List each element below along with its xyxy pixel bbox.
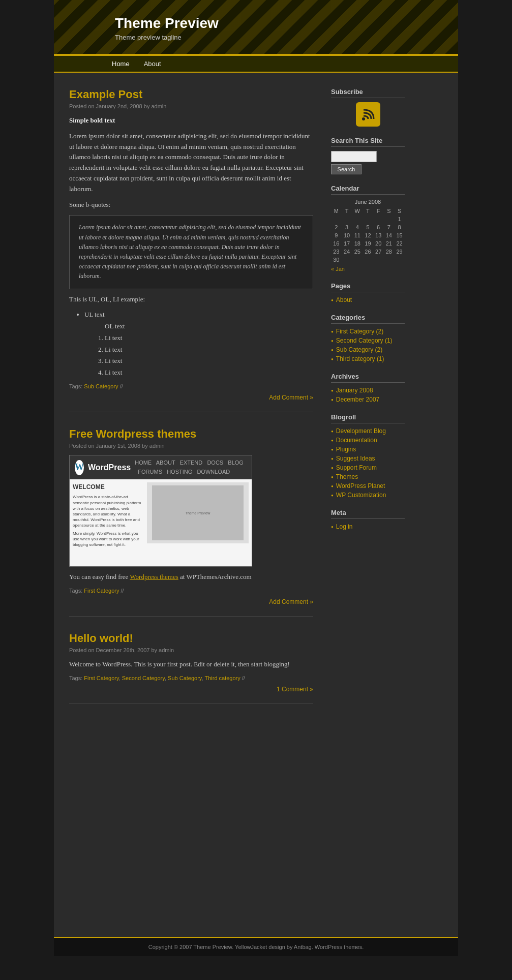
li-item-1: Li text [105,345,313,355]
tag-second-category[interactable]: Second Category [122,675,165,681]
body-post: at WPThemesArchive.com [178,573,252,580]
search-input[interactable] [331,151,377,162]
tags-label: Tags: [69,383,82,389]
list-label: This is UL, OL, LI example: [69,294,313,305]
blogroll-suggest-link[interactable]: Suggest Ideas [336,455,375,462]
wp-desc2: More simply, WordPress is what you use w… [73,531,143,548]
post-tags: Tags: First Category, Second Category, S… [69,675,313,681]
cat-third-link[interactable]: Third category (1) [336,355,384,362]
tag-sub-category[interactable]: Sub Category [168,675,201,681]
li-item-3: Li text [105,368,313,378]
list-item: January 2008 [331,387,405,394]
cal-row-6: 30 [331,256,405,264]
cal-row-2: 2345678 [331,223,405,231]
sidebar-categories: Categories First Category (2) Second Cat… [331,314,405,362]
calendar-table: June 2008 M T W T F S S 1 [331,199,405,264]
nav-about[interactable]: About [137,56,168,72]
calendar-month: June 2008 [331,199,405,205]
list-item: About [331,296,405,303]
post-content: W WordPress HOME ABOUT EXTEND DOCS BLOG … [69,455,313,583]
tag-first-category[interactable]: First Category [84,675,118,681]
blogroll-heading: Blogroll [331,413,405,423]
blogroll-themes-link[interactable]: Themes [336,473,358,480]
blogroll-support-link[interactable]: Support Forum [336,464,377,471]
post-content: Welcome to WordPress. This is your first… [69,659,313,670]
wp-preview-img: Theme Preview [147,482,249,543]
site-title: Theme Preview [115,15,448,32]
post-example-post: Example Post Posted on January 2nd, 2008… [69,88,313,412]
wp-theme-preview: Theme Preview [152,485,244,540]
meta-login-link[interactable]: Log in [336,523,353,530]
wordpress-screenshot: W WordPress HOME ABOUT EXTEND DOCS BLOG … [69,455,252,567]
site-footer: Copyright © 2007 Theme Preview. YellowJa… [54,937,458,956]
blogroll-wp-custom-link[interactable]: WP Customization [336,492,386,499]
wp-header: W WordPress HOME ABOUT EXTEND DOCS BLOG … [70,455,252,479]
nav-home[interactable]: Home [105,56,137,72]
sidebar-blogroll: Blogroll Development Blog Documentation … [331,413,405,499]
blogroll-wp-planet-link[interactable]: WordPress Planet [336,482,385,489]
blogroll-dev-link[interactable]: Development Blog [336,427,386,435]
search-box: Search [331,151,405,174]
sidebar-meta: Meta Log in [331,509,405,530]
blogroll-plugins-link[interactable]: Plugins [336,446,356,453]
cal-prev-link[interactable]: « Jan [331,266,345,272]
add-comment-link[interactable]: Add Comment » [269,598,313,605]
pages-about-link[interactable]: About [336,296,352,303]
tag-separator: // [121,588,124,594]
ol-wrapper: OL text Li text Li text Li text Li text [105,321,313,378]
li-item-2: Li text [105,356,313,366]
ul-list: UL text OL text Li text Li text Li text … [84,310,313,378]
blogroll-list: Development Blog Documentation Plugins S… [331,427,405,499]
meta-heading: Meta [331,509,405,519]
list-item: Second Category (1) [331,337,405,344]
post-meta: Posted on December 26th, 2007 by admin [69,647,313,653]
main-nav: Home About [54,56,458,73]
calendar-thead: M T W T F S S [331,207,405,215]
list-item: Development Blog [331,427,405,435]
calendar-tbody: 1 2345678 9101112131415 16171819202122 2… [331,215,405,264]
post-hello-world: Hello world! Posted on December 26th, 20… [69,632,313,704]
post-meta: Posted on January 2nd, 2008 by admin [69,103,313,109]
post-title-link[interactable]: Example Post [69,88,142,101]
wp-body: WELCOME WordPress is a state-of-the-art … [70,479,252,566]
calendar-nav: « Jan [331,266,405,272]
add-comment-link[interactable]: Add Comment » [269,394,313,401]
post-footer: 1 Comment » [69,685,313,693]
cal-row-5: 23242526272829 [331,248,405,256]
blogroll-docs-link[interactable]: Documentation [336,437,377,444]
cat-sub-link[interactable]: Sub Category (2) [336,346,382,353]
tag-third-category[interactable]: Third category [204,675,240,681]
search-heading: Search This Site [331,137,405,147]
tag-sub-category[interactable]: Sub Category [84,383,118,389]
sidebar-subscribe: Subscribe [331,88,405,127]
tag-first-category[interactable]: First Category [84,588,119,594]
post-free-wordpress-themes: Free Wordpress themes Posted on January … [69,427,313,617]
list-item: First Category (2) [331,328,405,335]
cat-second-link[interactable]: Second Category (1) [336,337,393,344]
archive-jan-link[interactable]: January 2008 [336,387,373,394]
cal-row-4: 16171819202122 [331,239,405,248]
wordpress-themes-link[interactable]: Wordpress themes [130,573,178,580]
cat-first-link[interactable]: First Category (2) [336,328,383,335]
main-content: Example Post Posted on January 2nd, 2008… [59,83,323,927]
search-button[interactable]: Search [331,164,362,174]
wp-content-area: WELCOME WordPress is a state-of-the-art … [73,482,249,547]
cal-th-s1: S [384,207,395,215]
archives-list: January 2008 December 2007 [331,387,405,403]
ol-list: Li text Li text Li text Li text [105,333,313,378]
tags-label: Tags: [69,675,82,681]
archive-dec-link[interactable]: December 2007 [336,396,379,403]
cal-th-s2: S [394,207,405,215]
blockquote: Lorem ipsum dolor sit amet, consectetur … [69,215,313,289]
subscribe-heading: Subscribe [331,88,405,98]
post-title-link[interactable]: Free Wordpress themes [69,427,196,440]
list-item: Themes [331,473,405,480]
list-item: Plugins [331,446,405,453]
sidebar: Subscribe Search This Site Search Calend… [323,83,412,927]
post-content: Simple bold text Lorem ipsum dolor sit a… [69,115,313,378]
comment-link[interactable]: 1 Comment » [277,686,313,693]
pages-list: About [331,296,405,303]
post-title-link[interactable]: Hello world! [69,632,133,645]
rss-icon[interactable] [356,102,380,127]
cal-th-m: M [331,207,342,215]
